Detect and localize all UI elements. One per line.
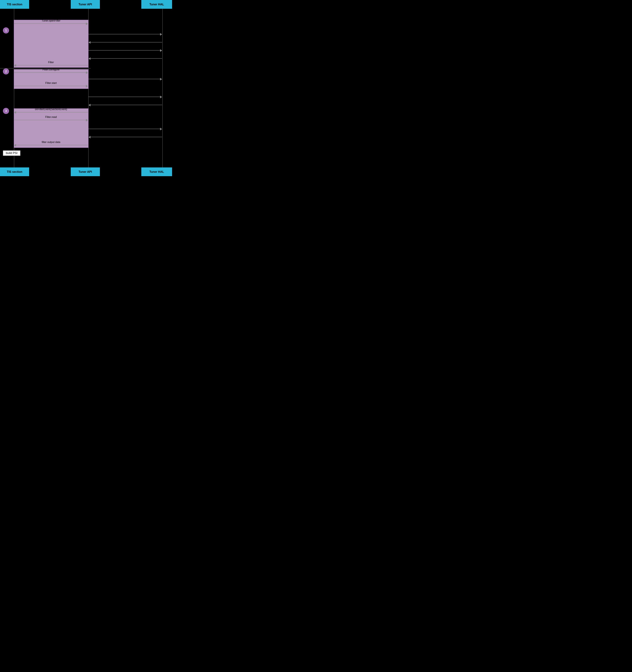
arrow-hal-call-4: [89, 95, 162, 99]
footer-api-label: Tuner API: [78, 170, 92, 174]
arrow-hal-return-4: [89, 136, 162, 139]
arrow-filter-output: filter output data: [14, 144, 88, 147]
header-hal-label: Tuner HAL: [149, 3, 164, 6]
footer-bar: TIS section Tuner API Tuner HAL: [0, 167, 172, 176]
arrow-label-tuner-open-filter: Tuner.openFilter: [42, 19, 60, 22]
step-circle-1: 1: [3, 27, 9, 33]
arrow-filter-configure: Filter.configure: [14, 71, 88, 74]
header-api-label: Tuner API: [78, 3, 92, 6]
arrow-filter-read: Filter.read: [14, 119, 88, 122]
step-circle-3: 3: [3, 108, 9, 114]
note-build-psi: build PSI: [3, 150, 20, 156]
arrow-on-filter-event: onFilterEvent(SectionEvent): [14, 111, 88, 114]
arrow-hal-return-2: [89, 57, 162, 60]
arrow-hal-call-3: [89, 77, 162, 81]
arrow-label-filter-start: Filter.start: [45, 81, 57, 85]
arrow-hal-return-3: [89, 103, 162, 107]
arrow-label-filter-output: filter output data: [42, 141, 60, 144]
arrow-label-filter-return: Filter: [48, 61, 54, 64]
arrow-tuner-open-filter: Tuner.openFilter: [14, 22, 88, 25]
arrow-filter-start: Filter.start: [14, 85, 88, 88]
footer-hal-label: Tuner HAL: [149, 170, 164, 174]
header-tis-label: TIS section: [7, 3, 22, 6]
footer-tis-label: TIS section: [7, 170, 22, 174]
step-circle-2: 2: [3, 68, 9, 74]
arrow-hal-call-2: [89, 49, 162, 52]
header-bar: TIS section Tuner API Tuner HAL: [0, 0, 172, 9]
arrow-hal-call-1: [89, 33, 162, 36]
arrow-hal-call-5: [89, 127, 162, 131]
arrow-hal-return-1: [89, 41, 162, 44]
arrow-label-on-filter-event: onFilterEvent(SectionEvent): [35, 108, 67, 111]
arrow-label-filter-configure: Filter.configure: [43, 68, 59, 71]
seq-box-1: [14, 20, 89, 68]
arrow-filter-return: Filter: [14, 64, 88, 67]
main-sequence-area: 1 2 3 Tuner.openFilter: [0, 9, 172, 167]
sequence-diagram: TIS section Tuner API Tuner HAL 1 2 3 Tu: [0, 0, 172, 176]
hal-lifeline: [162, 9, 163, 167]
arrow-label-filter-read: Filter.read: [45, 116, 57, 119]
